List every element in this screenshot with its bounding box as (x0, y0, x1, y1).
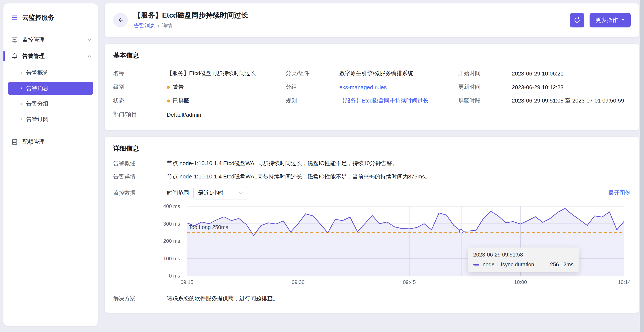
x-axis-tick: 10:00 (514, 279, 527, 285)
field-label: 开始时间 (458, 70, 512, 77)
page-header: 【服务】Etcd磁盘同步持续时间过长 告警消息 / 详情 更多操作 ▼ (104, 4, 639, 37)
field-value: Default/admin (167, 111, 201, 118)
field-label: 名称 (113, 70, 167, 77)
refresh-button[interactable] (570, 13, 584, 28)
y-axis-tick: 200 ms (163, 238, 180, 244)
muted-status-dot (167, 99, 170, 102)
sidebar-item-monitor-management[interactable]: 监控管理 (4, 32, 98, 48)
x-axis-tick: 10:14 (618, 279, 631, 285)
field-value: 【服务】Etcd磁盘同步持续时间过长 (167, 70, 256, 77)
sidebar-item-alert-management[interactable]: 告警管理 (4, 48, 98, 64)
bell-icon (11, 53, 18, 60)
alert-description-value: 节点 node-1:10.10.1.4 Etcd磁盘WAL同步持续时间过长，磁盘… (167, 173, 430, 181)
tooltip-series-row: node-1 fsync duration: 256.12ms (473, 262, 574, 268)
basic-info-title: 基本信息 (113, 52, 631, 60)
sidebar-item-label: 监控管理 (22, 36, 82, 44)
sidebar-item-alert-groups[interactable]: 告警分组 (8, 96, 93, 112)
sidebar-item-alert-overview[interactable]: 告警概览 (8, 65, 93, 81)
sidebar-item-label: 配额管理 (22, 138, 92, 146)
alert-description-row: 告警详情 节点 node-1:10.10.1.4 Etcd磁盘WAL同步持续时间… (113, 173, 631, 181)
field-label: 分类/组件 (286, 70, 339, 77)
detail-info-title: 详细信息 (113, 145, 631, 153)
alert-summary-row: 告警概述 节点 node-1:10.10.1.4 Etcd磁盘WAL同步持续时间… (113, 160, 631, 167)
sidebar-subitem-label: 告警消息 (26, 85, 48, 92)
field-value: 2023-06-29 09:51:08 至 2023-07-01 09:50:5… (512, 97, 624, 105)
chart-tooltip: 2023-06-29 09:51:58 node-1 fsync duratio… (468, 247, 578, 272)
rule-link[interactable]: 【服务】Etcd磁盘同步持续时间过长 (339, 97, 428, 105)
back-button[interactable] (113, 13, 128, 28)
more-actions-button[interactable]: 更多操作 ▼ (590, 13, 631, 28)
field-label: 告警概述 (113, 160, 167, 167)
caret-down-icon: ▼ (621, 19, 625, 22)
field-label: 规则 (286, 97, 339, 105)
tooltip-value: 256.12ms (542, 262, 574, 268)
field-label: 分组 (286, 83, 339, 91)
alert-submenu: 告警概览 告警消息 告警分组 告警订阅 (4, 64, 98, 128)
y-axis-tick: 300 ms (163, 221, 180, 227)
field-status: 状态 已屏蔽 (113, 94, 286, 108)
x-axis-tick: 09:30 (292, 279, 305, 285)
group-link[interactable]: eks-managed.rules (339, 84, 387, 90)
y-axis-tick: 400 ms (163, 203, 180, 209)
status-badge: 已屏蔽 (173, 97, 190, 105)
app-brand: 云监控服务 (4, 6, 98, 29)
monitoring-data-row: 监控数据 时间范围 最近1小时 展开图例 (113, 187, 631, 199)
field-rule: 规则 【服务】Etcd磁盘同步持续时间过长 (286, 94, 458, 108)
tooltip-time: 2023-06-29 09:51:58 (473, 252, 574, 258)
sidebar: 云监控服务 监控管理 告警管理 (4, 4, 98, 326)
x-axis: 09:1509:3009:4510:0010:14 (187, 278, 624, 286)
menu-toggle-icon[interactable] (11, 14, 18, 21)
time-range-value: 最近1小时 (198, 189, 224, 197)
page-title: 【服务】Etcd磁盘同步持续时间过长 (134, 11, 248, 20)
sidebar-item-alert-messages[interactable]: 告警消息 (8, 82, 93, 95)
warning-status-dot (167, 86, 170, 89)
sidebar-menu: 监控管理 告警管理 告警概览 (4, 29, 98, 153)
field-start-time: 开始时间 2023-06-29 10:06:21 (458, 67, 631, 80)
monitoring-chart: 0 ms100 ms200 ms300 ms400 ms Too Long 25… (113, 205, 631, 288)
bullet-icon (20, 103, 22, 105)
active-group-indicator (4, 51, 5, 61)
field-department: 部门/项目 Default/admin (113, 108, 286, 121)
monitor-icon (11, 37, 18, 43)
bullet-icon (20, 72, 22, 74)
status-badge: 警告 (173, 83, 184, 91)
sidebar-item-quota-management[interactable]: 配额管理 (4, 134, 98, 150)
field-label: 部门/项目 (113, 111, 167, 118)
app-title: 云监控服务 (22, 14, 54, 22)
field-label: 监控数据 (113, 189, 167, 197)
time-range-select[interactable]: 最近1小时 (193, 187, 248, 199)
expand-legend-link[interactable]: 展开图例 (608, 189, 631, 197)
sidebar-subitem-label: 告警分组 (26, 100, 48, 108)
breadcrumb: 告警消息 / 详情 (134, 22, 248, 30)
sidebar-item-label: 告警管理 (22, 52, 82, 60)
svg-text:Too Long 250ms: Too Long 250ms (189, 224, 228, 230)
field-value: 2023-06-29 10:12:23 (512, 84, 564, 90)
field-name: 名称 【服务】Etcd磁盘同步持续时间过长 (113, 67, 286, 80)
sidebar-item-alert-subscriptions[interactable]: 告警订阅 (8, 112, 93, 127)
sidebar-subitem-label: 告警订阅 (26, 115, 48, 123)
bullet-icon (20, 118, 22, 120)
chart-plot-area[interactable]: Too Long 250ms 2023-06-29 09:51:58 node-… (187, 205, 624, 277)
chevron-up-icon (86, 54, 92, 59)
detail-info-card: 详细信息 告警概述 节点 node-1:10.10.1.4 Etcd磁盘WAL同… (104, 137, 639, 313)
field-label: 解决方案 (113, 295, 167, 302)
app-window: 云监控服务 监控管理 告警管理 (0, 0, 644, 332)
field-value: 数字原生引擎/微服务编排系统 (339, 70, 413, 77)
solution-value: 请联系您的软件服务提供商，进行问题排查。 (167, 295, 278, 302)
chevron-down-icon (86, 37, 92, 43)
tooltip-series-name: node-1 fsync duration: (482, 262, 536, 268)
breadcrumb-separator: / (158, 23, 159, 29)
field-label: 级别 (113, 83, 167, 91)
field-category: 分类/组件 数字原生引擎/微服务编排系统 (286, 67, 458, 80)
more-actions-label: 更多操作 (596, 16, 618, 24)
alert-summary-value: 节点 node-1:10.10.1.4 Etcd磁盘WAL同步持续时间过长，磁盘… (167, 160, 398, 167)
breadcrumb-link-alert-messages[interactable]: 告警消息 (134, 22, 155, 30)
field-value: 2023-06-29 10:06:21 (512, 70, 564, 77)
scrollbar[interactable] (640, 0, 644, 332)
field-group: 分组 eks-managed.rules (286, 80, 458, 94)
breadcrumb-current: 详情 (162, 22, 172, 30)
basic-info-grid: 名称 【服务】Etcd磁盘同步持续时间过长 分类/组件 数字原生引擎/微服务编排… (113, 67, 631, 121)
time-range-label: 时间范围 (167, 189, 189, 197)
bullet-icon (20, 88, 22, 89)
y-axis: 0 ms100 ms200 ms300 ms400 ms (154, 205, 184, 277)
